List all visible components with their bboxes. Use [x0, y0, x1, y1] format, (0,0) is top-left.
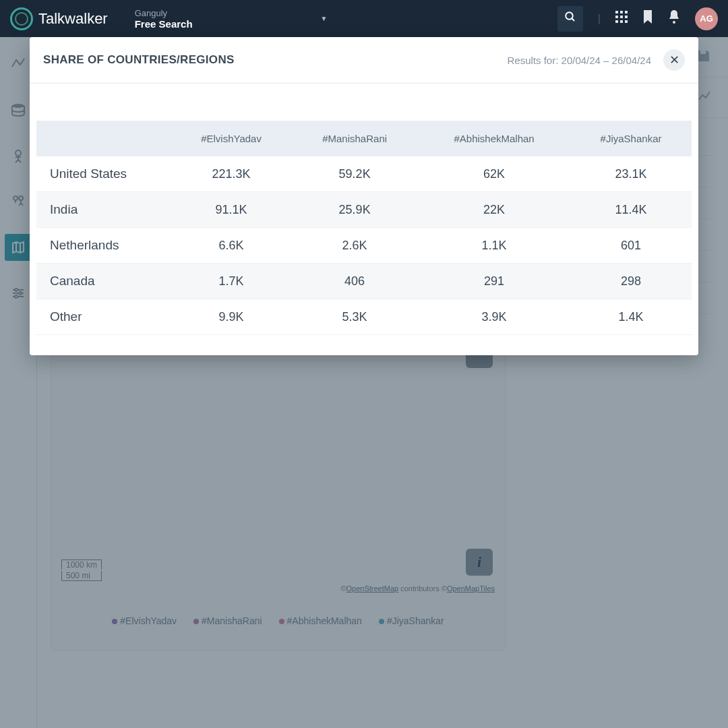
- value-cell: 59.2K: [291, 156, 418, 192]
- table-row[interactable]: Canada 1.7K 406 291 298: [36, 264, 692, 299]
- svg-rect-6: [620, 16, 623, 18]
- value-cell: 1.1K: [418, 228, 570, 264]
- value-cell: 1.4K: [570, 299, 692, 335]
- app-header: Talkwalker Ganguly Free Search ▼ | AG: [0, 0, 728, 37]
- table-header-col[interactable]: #AbhishekMalhan: [418, 121, 570, 156]
- value-cell: 6.6K: [171, 228, 291, 264]
- bookmark-icon[interactable]: [642, 10, 653, 27]
- table-row[interactable]: Netherlands 6.6K 2.6K 1.1K 601: [36, 228, 692, 264]
- value-cell: 11.4K: [570, 192, 692, 228]
- value-cell: 5.3K: [291, 299, 418, 335]
- value-cell: 601: [570, 228, 692, 264]
- country-cell: Canada: [36, 264, 171, 299]
- value-cell: 406: [291, 264, 418, 299]
- table-header-col[interactable]: #ElvishYadav: [171, 121, 291, 156]
- workspace-owner: Ganguly: [135, 8, 193, 18]
- modal-title: SHARE OF COUNTRIES/REGIONS: [43, 53, 235, 67]
- workspace-selector[interactable]: Ganguly Free Search: [135, 8, 193, 30]
- countries-table: #ElvishYadav #ManishaRani #AbhishekMalha…: [36, 121, 692, 335]
- value-cell: 62K: [418, 156, 570, 192]
- table-header-country: [36, 121, 171, 156]
- value-cell: 25.9K: [291, 192, 418, 228]
- table-row[interactable]: India 91.1K 25.9K 22K 11.4K: [36, 192, 692, 228]
- value-cell: 291: [418, 264, 570, 299]
- value-cell: 23.1K: [570, 156, 692, 192]
- svg-rect-5: [615, 16, 618, 18]
- svg-rect-9: [620, 20, 623, 23]
- apps-icon[interactable]: [615, 11, 628, 26]
- value-cell: 22K: [418, 192, 570, 228]
- divider: |: [598, 13, 601, 25]
- svg-point-11: [673, 21, 675, 24]
- country-cell: United States: [36, 156, 171, 192]
- svg-rect-3: [620, 11, 623, 13]
- country-cell: Other: [36, 299, 171, 335]
- svg-point-0: [566, 12, 573, 20]
- value-cell: 221.3K: [171, 156, 291, 192]
- chevron-down-icon[interactable]: ▼: [321, 15, 328, 22]
- table-row[interactable]: Other 9.9K 5.3K 3.9K 1.4K: [36, 299, 692, 335]
- value-cell: 298: [570, 264, 692, 299]
- table-row[interactable]: United States 221.3K 59.2K 62K 23.1K: [36, 156, 692, 192]
- search-button[interactable]: [557, 6, 583, 32]
- share-countries-modal: SHARE OF COUNTRIES/REGIONS Results for: …: [30, 37, 698, 355]
- svg-rect-10: [625, 20, 628, 23]
- search-icon: [564, 11, 576, 26]
- table-header-col[interactable]: #JiyaShankar: [570, 121, 692, 156]
- svg-line-1: [572, 18, 574, 21]
- close-button[interactable]: ✕: [663, 49, 685, 71]
- modal-body: #ElvishYadav #ManishaRani #AbhishekMalha…: [30, 84, 698, 355]
- country-cell: Netherlands: [36, 228, 171, 264]
- bell-icon[interactable]: [668, 10, 680, 27]
- svg-rect-8: [615, 20, 618, 23]
- table-header-col[interactable]: #ManishaRani: [291, 121, 418, 156]
- avatar[interactable]: AG: [695, 7, 718, 30]
- svg-rect-2: [615, 11, 618, 13]
- modal-header: SHARE OF COUNTRIES/REGIONS Results for: …: [30, 37, 698, 84]
- svg-rect-4: [625, 11, 628, 13]
- country-cell: India: [36, 192, 171, 228]
- table-header-row: #ElvishYadav #ManishaRani #AbhishekMalha…: [36, 121, 692, 156]
- brand-name: Talkwalker: [38, 10, 108, 28]
- logo-icon: [10, 7, 33, 30]
- value-cell: 1.7K: [171, 264, 291, 299]
- value-cell: 91.1K: [171, 192, 291, 228]
- modal-overlay[interactable]: SHARE OF COUNTRIES/REGIONS Results for: …: [0, 37, 728, 728]
- modal-date-range: Results for: 20/04/24 – 26/04/24: [508, 55, 651, 66]
- value-cell: 3.9K: [418, 299, 570, 335]
- close-icon: ✕: [669, 53, 679, 67]
- workspace-title: Free Search: [135, 18, 193, 30]
- svg-rect-7: [625, 16, 628, 18]
- value-cell: 9.9K: [171, 299, 291, 335]
- header-actions: | AG: [557, 6, 718, 32]
- brand-logo[interactable]: Talkwalker: [10, 7, 108, 30]
- value-cell: 2.6K: [291, 228, 418, 264]
